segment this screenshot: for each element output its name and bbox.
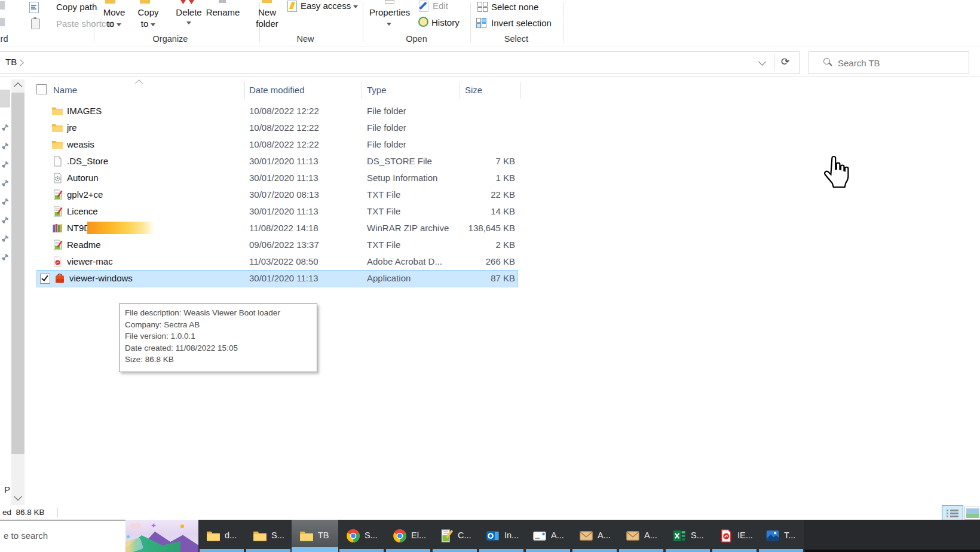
table-row[interactable]: viewer-windows30/01/2020 11:13Applicatio…	[25, 270, 527, 287]
group-divider	[564, 2, 564, 42]
open-app-indicator	[619, 549, 663, 552]
message-icon	[532, 529, 547, 543]
folder-icon	[253, 529, 267, 543]
taskbar-button-t[interactable]: T...	[758, 520, 805, 552]
taskbar-button-s[interactable]: S...	[664, 520, 712, 552]
taskbar-button-el[interactable]: El...	[385, 520, 432, 552]
taskbar-button-label: A...	[644, 530, 657, 540]
column-header-size[interactable]: Size	[465, 85, 482, 95]
select-all-checkbox[interactable]	[36, 84, 47, 94]
column-header-date[interactable]: Date modified	[249, 85, 305, 95]
address-dropdown-icon[interactable]	[758, 58, 766, 66]
rename-button[interactable]: Rename	[203, 7, 243, 17]
file-size: 2 KB	[431, 240, 515, 250]
taskbar-button-s[interactable]: S...	[245, 520, 292, 552]
folder-icon	[51, 105, 63, 117]
open-app-indicator	[759, 549, 803, 552]
file-type: DS_STORE File	[367, 156, 432, 166]
taskbar-button-ie[interactable]: IE...	[711, 520, 758, 552]
thumbnail-view-button[interactable]	[964, 507, 980, 520]
nav-item-fragment	[0, 90, 10, 108]
search-input[interactable]	[837, 52, 964, 73]
table-row[interactable]: viewer-mac11/03/2022 08:50Adobe Acrobat …	[25, 253, 527, 270]
column-header-name[interactable]: Name	[53, 85, 77, 95]
paste-shortcut-icon	[31, 19, 40, 29]
table-row[interactable]: Licence30/01/2020 11:13TXT File14 KB	[25, 203, 527, 220]
table-row[interactable]: NT9D11/08/2022 14:18WinRAR ZIP archive13…	[25, 220, 527, 237]
search-highlight-artwork[interactable]: ✦	[125, 520, 198, 552]
move-to-button[interactable]: Move	[99, 7, 130, 17]
table-row[interactable]: .DS_Store30/01/2020 11:13DS_STORE File7 …	[25, 153, 527, 170]
breadcrumb[interactable]: TB	[5, 57, 17, 67]
hand-cursor	[820, 155, 851, 192]
table-row[interactable]: IMAGES10/08/2022 12:22File folder	[25, 103, 527, 119]
column-divider[interactable]	[460, 82, 460, 99]
pdfdoc-icon	[51, 256, 63, 268]
invert-selection-button[interactable]: Invert selection	[491, 18, 552, 28]
scrollbar-thumb[interactable]	[11, 93, 24, 454]
file-date: 30/07/2020 08:13	[249, 189, 319, 200]
scroll-up-icon[interactable]	[14, 82, 22, 91]
taskbar-button-label: IE...	[737, 530, 753, 540]
delete-button[interactable]: Delete	[173, 7, 204, 17]
easy-access-button[interactable]: Easy access	[301, 1, 358, 11]
rename-icon-fragment	[219, 0, 226, 3]
taskbar-button-a[interactable]: A...	[525, 520, 572, 552]
copy-to-button[interactable]: Copy	[133, 7, 164, 17]
taskbar-button-d[interactable]: d...	[198, 520, 246, 552]
nav-scrollbar[interactable]	[11, 79, 24, 505]
properties-button[interactable]: Properties	[369, 7, 409, 17]
table-row[interactable]: jre10/08/2022 12:22File folder	[25, 119, 527, 136]
table-row[interactable]: weasis10/08/2022 12:22File folder	[25, 136, 527, 153]
table-row[interactable]: Autorun30/01/2020 11:13Setup Information…	[25, 170, 527, 186]
scroll-down-icon[interactable]	[14, 492, 22, 501]
address-bar[interactable]: TB ⟳	[0, 51, 800, 74]
table-row[interactable]: gplv2+ce30/07/2020 08:13TXT File22 KB	[25, 186, 527, 203]
file-icon	[51, 155, 63, 167]
invert-selection-icon	[476, 18, 486, 27]
table-row[interactable]: Readme09/06/2022 13:37TXT File2 KB	[25, 237, 527, 253]
new-folder-button-line2[interactable]: folder	[251, 19, 283, 29]
taskbar-button-a[interactable]: A...	[571, 520, 618, 552]
copy-path-button[interactable]: Copy path	[56, 2, 97, 12]
column-header-type[interactable]: Type	[367, 85, 387, 95]
refresh-icon[interactable]: ⟳	[781, 56, 789, 68]
column-divider[interactable]	[362, 82, 362, 99]
move-to-button-line2[interactable]: to	[99, 19, 130, 29]
taskbar-button-c[interactable]: C...	[431, 520, 479, 552]
folder-icon	[51, 139, 63, 151]
column-divider[interactable]	[520, 82, 521, 99]
file-size: 138,645 KB	[431, 223, 515, 233]
breadcrumb-chevron-icon[interactable]	[17, 59, 23, 66]
move-to-icon-fragment	[105, 0, 115, 4]
file-type: Setup Information	[367, 173, 437, 183]
file-name: viewer-mac	[67, 256, 113, 266]
history-button[interactable]: History	[431, 17, 460, 27]
taskbar-button-tb[interactable]: TB	[292, 520, 339, 552]
taskbar-button-s[interactable]: S...	[338, 520, 385, 552]
delete-icon-fragment	[189, 0, 194, 4]
new-folder-button[interactable]: New	[251, 7, 283, 17]
selection-size: 86.8 KB	[16, 508, 45, 517]
notes-icon	[439, 529, 454, 543]
dropdown-caret	[387, 23, 391, 26]
app-icon	[54, 272, 66, 284]
open-group-label: Open	[399, 34, 434, 44]
taskbar-button-in[interactable]: In...	[478, 520, 525, 552]
open-app-indicator	[572, 549, 617, 552]
edit-button[interactable]: Edit	[433, 1, 448, 11]
open-app-indicator	[200, 549, 244, 552]
setup-icon	[51, 172, 63, 184]
column-divider[interactable]	[244, 82, 245, 99]
taskbar-search-box[interactable]: e to search	[0, 520, 126, 552]
taskbar-button-a[interactable]: A...	[618, 520, 665, 552]
select-none-button[interactable]: Select none	[491, 2, 538, 12]
copy-to-button-line2[interactable]: to	[133, 19, 164, 29]
open-app-indicator	[433, 549, 477, 552]
nav-item-label-fragment: P	[4, 484, 10, 495]
row-checkbox[interactable]	[40, 274, 50, 284]
open-app-indicator	[526, 549, 570, 552]
details-view-button[interactable]	[942, 505, 963, 521]
taskbar-button-label: In...	[504, 530, 519, 540]
search-box[interactable]	[808, 51, 969, 74]
